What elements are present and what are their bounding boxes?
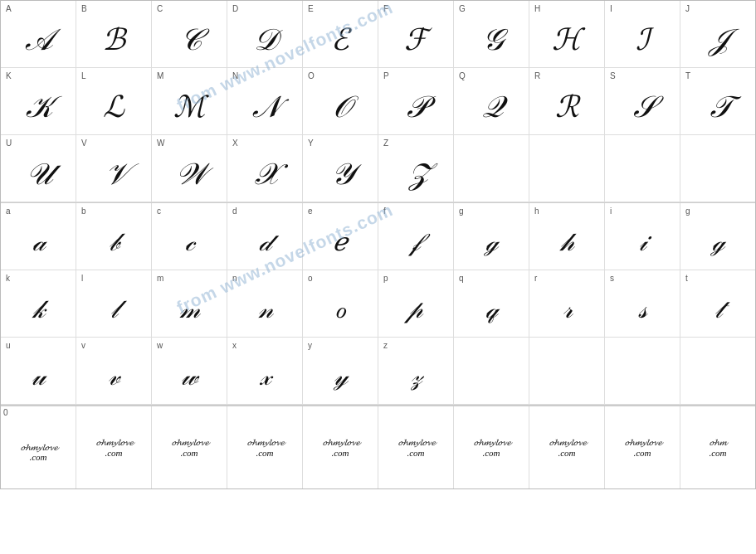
cell-J: J𝒥 [680,1,755,67]
bottom-cell-0: 0 𝓸𝓱𝓶𝔂𝓵𝓸𝓿𝓮.com [1,406,76,488]
cell-r: r𝓇 [529,270,605,337]
cell-empty-4 [680,135,755,202]
bottom-cell-3: 𝓸𝓱𝓶𝔂𝓵𝓸𝓿𝓮.com [227,406,303,488]
cell-Q: Q𝒬 [454,68,529,134]
cell-p: p𝓅 [378,270,454,337]
cell-U: U𝒰 [1,135,76,202]
cell-M: Mℳ [152,68,227,134]
bottom-cell-9: 𝓸𝓱𝓶.com [680,406,755,488]
cell-t: t𝓉 [680,270,755,337]
grid-row-uppercase-2: K𝒦 Lℒ Mℳ N𝒩 O𝒪 P𝒫 Q𝒬 Rℛ S𝒮 T𝒯 [1,68,755,135]
bottom-cell-4: 𝓸𝓱𝓶𝔂𝓵𝓸𝓿𝓮.com [303,406,378,488]
bottom-cell-7: 𝓸𝓱𝓶𝔂𝓵𝓸𝓿𝓮.com [529,406,605,488]
cell-z: z𝓏 [378,338,454,404]
cell-C: C𝒞 [152,1,227,67]
cell-W: W𝒲 [152,135,227,202]
cell-R: Rℛ [529,68,605,134]
uppercase-section: A𝒜 Bℬ C𝒞 D𝒟 Eℰ Fℱ G𝒢 Hℋ Iℐ J𝒥 K𝒦 Lℒ Mℳ N… [1,1,755,203]
cell-g: gℊ [454,203,529,270]
cell-v: v𝓋 [76,338,152,404]
font-preview-grid: A𝒜 Bℬ C𝒞 D𝒟 Eℰ Fℱ G𝒢 Hℋ Iℐ J𝒥 K𝒦 Lℒ Mℳ N… [0,0,756,489]
cell-N: N𝒩 [227,68,303,134]
cell-empty-lc-4 [680,338,755,404]
word-glyph-section: 0 𝓸𝓱𝓶𝔂𝓵𝓸𝓿𝓮.com 𝓸𝓱𝓶𝔂𝓵𝓸𝓿𝓮.com 𝓸𝓱𝓶𝔂𝓵𝓸𝓿𝓮.com… [1,406,755,488]
cell-empty-2 [529,135,605,202]
cell-y: y𝓎 [303,338,378,404]
grid-row-lowercase-1: a𝒶 b𝒷 c𝒸 d𝒹 eℯ f𝒻 gℊ h𝒽 i𝒾 gℊ [1,203,755,270]
cell-empty-lc-1 [454,338,529,404]
cell-o: oℴ [303,270,378,337]
cell-e: eℯ [303,203,378,270]
cell-f: f𝒻 [378,203,454,270]
bottom-cell-1: 𝓸𝓱𝓶𝔂𝓵𝓸𝓿𝓮.com [76,406,152,488]
bottom-cell-2: 𝓸𝓱𝓶𝔂𝓵𝓸𝓿𝓮.com [152,406,227,488]
bottom-cell-6: 𝓸𝓱𝓶𝔂𝓵𝓸𝓿𝓮.com [454,406,529,488]
cell-I: Iℐ [605,1,680,67]
cell-q: q𝓆 [454,270,529,337]
cell-w: w𝓌 [152,338,227,404]
cell-X: X𝒳 [227,135,303,202]
cell-d: d𝒹 [227,203,303,270]
cell-empty-1 [454,135,529,202]
grid-row-lowercase-3: u𝓊 v𝓋 w𝓌 x𝓍 y𝓎 z𝓏 [1,338,755,405]
cell-V: V𝒱 [76,135,152,202]
cell-O: O𝒪 [303,68,378,134]
bottom-cell-5: 𝓸𝓱𝓶𝔂𝓵𝓸𝓿𝓮.com [378,406,454,488]
cell-u: u𝓊 [1,338,76,404]
cell-l: l𝓁 [76,270,152,337]
cell-S: S𝒮 [605,68,680,134]
cell-G: G𝒢 [454,1,529,67]
cell-n: n𝓃 [227,270,303,337]
grid-row-lowercase-2: k𝓀 l𝓁 m𝓂 n𝓃 oℴ p𝓅 q𝓆 r𝓇 s𝓈 t𝓉 [1,270,755,338]
grid-row-uppercase-3: U𝒰 V𝒱 W𝒲 X𝒳 Y𝒴 Z𝒵 [1,135,755,202]
cell-B: Bℬ [76,1,152,67]
cell-j: gℊ [680,203,755,270]
cell-F: Fℱ [378,1,454,67]
bottom-cell-8: 𝓸𝓱𝓶𝔂𝓵𝓸𝓿𝓮.com [605,406,680,488]
cell-K: K𝒦 [1,68,76,134]
cell-L: Lℒ [76,68,152,134]
cell-i: i𝒾 [605,203,680,270]
cell-H: Hℋ [529,1,605,67]
cell-empty-3 [605,135,680,202]
cell-Y: Y𝒴 [303,135,378,202]
cell-T: T𝒯 [680,68,755,134]
grid-row-uppercase-1: A𝒜 Bℬ C𝒞 D𝒟 Eℰ Fℱ G𝒢 Hℋ Iℐ J𝒥 [1,1,755,68]
cell-Z: Z𝒵 [378,135,454,202]
cell-empty-lc-3 [605,338,680,404]
lowercase-section: a𝒶 b𝒷 c𝒸 d𝒹 eℯ f𝒻 gℊ h𝒽 i𝒾 gℊ k𝓀 l𝓁 m𝓂 n… [1,203,755,406]
cell-m: m𝓂 [152,270,227,337]
cell-D: D𝒟 [227,1,303,67]
cell-a: a𝒶 [1,203,76,270]
cell-c: c𝒸 [152,203,227,270]
cell-P: P𝒫 [378,68,454,134]
cell-k: k𝓀 [1,270,76,337]
cell-s: s𝓈 [605,270,680,337]
cell-E: Eℰ [303,1,378,67]
cell-b: b𝒷 [76,203,152,270]
cell-empty-lc-2 [529,338,605,404]
cell-A: A𝒜 [1,1,76,67]
cell-x: x𝓍 [227,338,303,404]
cell-h: h𝒽 [529,203,605,270]
